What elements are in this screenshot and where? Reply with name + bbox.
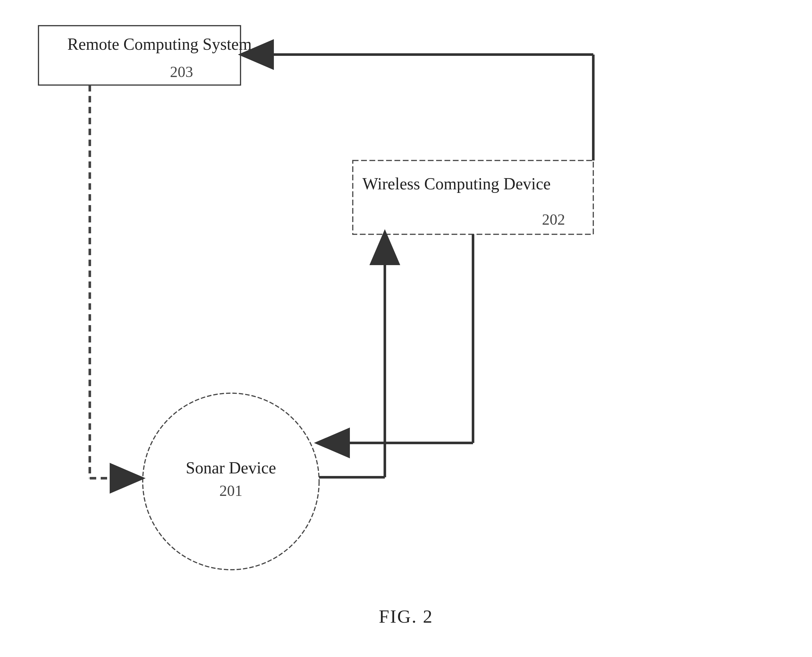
figure-label: FIG. 2 bbox=[379, 606, 433, 627]
wireless-computing-device-label: Wireless Computing Device bbox=[362, 174, 551, 193]
sonar-device-number: 201 bbox=[219, 482, 242, 499]
sonar-device-label: Sonar Device bbox=[186, 459, 276, 477]
remote-computing-system-number: 203 bbox=[170, 63, 193, 80]
diagram-container: Remote Computing System 203 Wireless Com… bbox=[0, 0, 812, 657]
remote-computing-system-box bbox=[39, 26, 241, 85]
wireless-computing-device-number: 202 bbox=[542, 211, 565, 228]
sonar-device-circle bbox=[143, 393, 319, 570]
remote-computing-system-label: Remote Computing System bbox=[67, 35, 252, 53]
